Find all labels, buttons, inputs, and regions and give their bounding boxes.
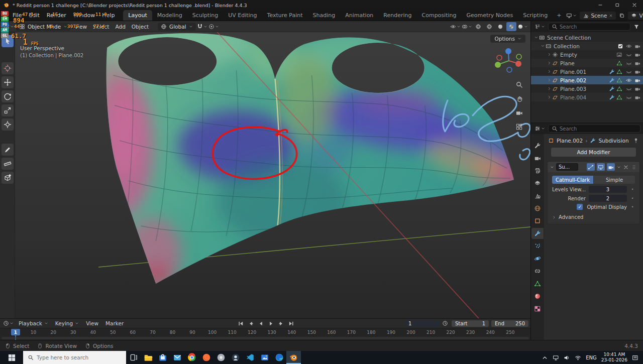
shading-wireframe-button[interactable] [484,22,494,31]
render-value-field[interactable]: 2 [589,195,627,202]
tray-monitor-icon[interactable] [553,354,559,361]
menu-keying[interactable]: Keying [52,320,82,327]
properties-tab-texture[interactable] [531,303,544,314]
breadcrumb-object[interactable]: Plane.002 [557,138,583,144]
options-dropdown[interactable]: Options [490,35,525,43]
workspace-tab-shading[interactable]: Shading [308,10,341,21]
taskbar-firefox[interactable] [199,351,213,364]
properties-tab-world[interactable] [531,203,544,214]
gizmo-y-axis[interactable] [495,62,501,68]
workspace-tab-modeling[interactable]: Modeling [152,10,187,21]
modifier-render-toggle[interactable] [607,163,615,171]
taskbar-chrome[interactable] [184,351,199,364]
outliner-row-collection[interactable]: Collection [531,42,643,50]
add-workspace-button[interactable]: + [553,10,565,21]
properties-search[interactable] [548,125,640,133]
gizmo-y-neg[interactable] [516,54,521,59]
preview-range-button[interactable] [441,319,449,327]
menu-playback[interactable]: Playback [16,320,51,327]
properties-tab-modifiers[interactable] [531,228,544,239]
taskbar-file-explorer[interactable] [141,351,155,364]
notification-center-icon[interactable] [632,354,638,361]
overlays-dropdown[interactable] [462,22,472,31]
outliner-row-plane-004[interactable]: Plane.004 [531,93,643,101]
blender-menu-icon[interactable] [2,13,8,19]
modifier-panel-header[interactable] [548,162,639,172]
properties-tab-material[interactable] [531,291,544,302]
modifier-realtime-toggle[interactable] [597,163,605,171]
properties-tab-output[interactable] [531,165,544,176]
outliner-row-empty[interactable]: Empty [531,50,643,59]
properties-editor-type-button[interactable] [533,125,546,133]
viewport-3d[interactable]: User Perspective (1) Collection | Plane.… [15,32,530,318]
pan-hand-icon[interactable] [514,93,524,103]
modifier-editmode-toggle[interactable] [587,163,595,171]
visibility-dropdown[interactable] [450,22,461,31]
viewport-menu-add[interactable]: Add [112,23,128,31]
mode-selector[interactable]: Object Mode [16,23,70,31]
taskbar-vscode[interactable] [243,351,257,364]
tool-scale[interactable] [2,104,14,116]
visibility-eye-icon[interactable] [626,43,632,49]
playhead[interactable]: 1 [11,329,20,335]
maximize-button[interactable] [609,0,626,10]
volume-icon[interactable] [564,354,570,361]
outliner-editor-type-button[interactable] [533,23,546,31]
breadcrumb-modifier[interactable]: Subdivision [598,138,628,144]
outliner-row-plane[interactable]: Plane [531,59,643,67]
catmull-clark-button[interactable]: Catmull-Clark [552,176,593,184]
collection-checkbox[interactable] [617,43,623,49]
prev-keyframe-button[interactable] [246,320,256,327]
render-camera-icon[interactable] [634,69,640,75]
taskbar-photos[interactable] [257,351,272,364]
play-button[interactable] [266,320,276,327]
frame-end-field[interactable]: End 250 [491,320,528,327]
taskbar-blender[interactable] [286,351,301,364]
tool-add-cube[interactable] [2,172,14,184]
chevron-down-icon[interactable] [533,35,539,40]
workspace-tab-layout[interactable]: Layout [123,10,152,21]
properties-tab-particles[interactable] [531,240,544,252]
menu-window[interactable]: Window [70,11,98,20]
properties-tab-constraints[interactable] [531,266,544,277]
network-icon[interactable] [575,354,581,361]
chevron-right-icon[interactable] [546,52,552,57]
outliner-row-plane-003[interactable]: Plane.003 [531,84,643,93]
properties-tab-physics[interactable] [531,253,544,264]
levels-value-field[interactable]: 3 [589,186,627,193]
viewport-menu-object[interactable]: Object [129,23,152,31]
menu-view[interactable]: View [83,320,101,327]
gizmo-z-neg[interactable] [507,67,512,72]
chevron-right-icon[interactable] [546,95,552,99]
scene-selector[interactable]: Scene [580,12,616,20]
properties-tab-scene[interactable] [531,190,544,201]
chevron-right-icon[interactable] [546,61,552,65]
optimal-display-checkbox[interactable]: ✓ [577,204,583,210]
timeline-editor-type-button[interactable] [2,319,15,327]
taskbar-app-gray[interactable] [213,351,228,364]
workspace-tab-rendering[interactable]: Rendering [378,10,416,21]
properties-tab-object-data[interactable] [531,278,544,289]
taskbar-store[interactable] [155,351,170,364]
tray-chevron-up-icon[interactable] [542,354,548,361]
workspace-tab-uv-editing[interactable]: UV Editing [223,10,262,21]
shading-solid-button[interactable] [495,22,505,31]
navigation-gizmo[interactable] [494,46,523,75]
properties-tab-tool[interactable] [531,140,544,151]
screen-layout-button[interactable] [565,12,578,20]
outliner-search-input[interactable] [560,24,627,30]
workspace-tab-compositing[interactable]: Compositing [417,10,462,21]
tool-move[interactable] [2,76,14,88]
tool-transform[interactable] [2,118,14,131]
animate-dot-icon[interactable]: • [630,187,635,192]
render-camera-icon[interactable] [634,77,640,83]
workspace-tab-animation[interactable]: Animation [340,10,378,21]
modifier-name-field[interactable] [556,163,578,171]
render-camera-icon[interactable] [634,43,640,49]
transform-orientation[interactable]: Global [158,23,196,31]
start-button[interactable] [0,351,23,364]
taskbar-edge[interactable] [272,351,286,364]
properties-search-input[interactable] [560,126,637,132]
menu-render[interactable]: Render [43,11,70,20]
outliner-search[interactable] [548,23,630,31]
